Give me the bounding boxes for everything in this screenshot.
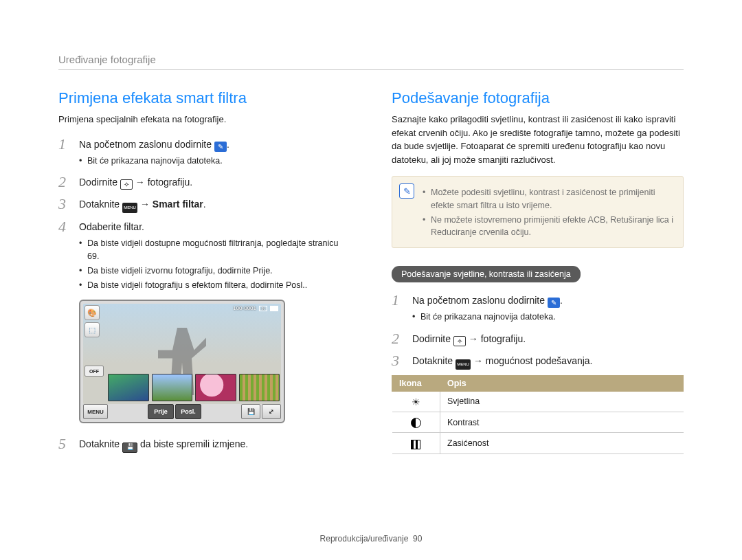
step-text: Na početnom zaslonu dodirnite [412,295,548,306]
step-text: Dotaknite [79,438,122,449]
step-text: → [140,199,153,210]
step-bullet: Da biste vidjeli fotografiju s efektom f… [79,279,350,292]
right-step-3: 3 Dotaknite MENU → mogućnost podešavanja… [392,352,684,370]
step-number: 3 [58,196,71,212]
table-row: Zasićenost [392,433,684,453]
step-number: 4 [58,219,71,235]
th-desc: Opis [440,375,684,391]
screen-status: 100-0001 IN [233,305,278,311]
left-heading: Primjena efekata smart filtra [58,89,350,107]
screen-bottom-bar: MENU Prije Posl. 💾 ⤢ [83,404,281,419]
screen-left-icons: 🎨 ⬚ [85,305,100,337]
camera-screenshot: 100-0001 IN 🎨 ⬚ OFF MENU Prije Posl. [79,300,285,423]
step-text: → fotografiju. [469,333,526,344]
step-number: 1 [392,292,404,309]
step-number: 3 [392,352,404,369]
left-step-5: 5 Dotaknite 💾 da biste spremili izmjene. [58,436,350,452]
left-intro: Primjena specijalnih efekata na fotograf… [58,113,350,126]
step-text: Dotaknite [412,355,456,366]
step-text: Dotaknite [79,199,122,210]
th-icon: Ikona [392,375,440,391]
left-step-2: 2 Dodirnite ✧ → fotografiju. [58,174,350,190]
step-bullet: Da biste vidjeli dostupne mogućnosti fil… [79,237,350,263]
content-columns: Primjena efekata smart filtra Primjena s… [58,89,684,458]
thumb-2[interactable] [152,374,193,401]
left-step-3: 3 Dotaknite MENU → Smart filtar. [58,196,350,213]
left-column: Primjena efekata smart filtra Primjena s… [58,89,350,458]
contrast-icon [411,418,421,428]
thumb-1[interactable] [108,374,149,401]
save-icon: 💾 [122,443,137,453]
right-step-2: 2 Dodirnite ✧ → fotografiju. [392,331,684,347]
palette-icon: ✎ [214,142,227,152]
page-header: Uređivanje fotografije [58,54,684,70]
subsection-pill: Podešavanje svjetline, kontrasta ili zas… [392,266,581,282]
table-row: Kontrast [392,412,684,433]
row-label: Svjetlina [440,391,684,412]
table-row: Svjetlina [392,391,684,412]
right-heading: Podešavanje fotografija [392,89,684,107]
photo-edit-icon: ✧ [120,179,133,190]
page-footer: Reprodukcija/uređivanje 90 [0,534,742,544]
left-step-1: 1 Na početnom zaslonu dodirnite ✎. Bit ć… [58,136,350,169]
left-step-4: 4 Odaberite filtar. Da biste vidjeli dos… [58,219,350,293]
footer-page: 90 [413,534,422,544]
footer-text: Reprodukcija/uređivanje [320,534,409,544]
tool-palette-icon[interactable]: 🎨 [85,305,100,320]
screen-menu-button[interactable]: MENU [83,404,108,419]
info-box: ✎ Možete podesiti svjetlinu, kontrast i … [392,176,684,248]
step-bullet: Da biste vidjeli izvornu fotografiju, do… [79,265,350,278]
step-text: → fotografiju. [135,177,192,188]
menu-icon: MENU [456,359,471,370]
after-button[interactable]: Posl. [175,404,201,419]
step-bold: Smart filtar [153,199,203,210]
step-number: 1 [58,136,71,153]
expand-icon-button[interactable]: ⤢ [262,404,281,419]
info-bullet: Možete podesiti svjetlinu, kontrast i za… [423,186,675,212]
image-counter: 100-0001 [233,305,256,311]
right-intro: Saznajte kako prilagoditi svjetlinu, kon… [392,113,684,166]
photo-edit-icon: ✧ [453,336,466,346]
thumb-4[interactable] [239,374,280,401]
right-step-1: 1 Na početnom zaslonu dodirnite ✎. Bit ć… [392,292,684,325]
battery-icon [270,306,278,311]
before-button[interactable]: Prije [148,404,174,419]
info-icon: ✎ [399,183,414,199]
right-column: Podešavanje fotografija Saznajte kako pr… [392,89,684,458]
step-text: Na početnom zaslonu dodirnite [79,139,214,150]
step-number: 2 [58,174,71,190]
step-text: da biste spremili izmjene. [140,438,248,449]
step-text: Odaberite filtar. [79,221,144,232]
step-bullet: Bit će prikazana najnovija datoteka. [412,311,684,324]
step-number: 2 [392,331,404,347]
step-text: Dodirnite [412,333,453,344]
step-number: 5 [58,436,71,452]
brightness-icon [410,396,421,407]
palette-icon: ✎ [548,298,560,308]
step-text: Dodirnite [79,177,120,188]
step-text: → mogućnost podešavanja. [473,355,593,366]
off-button[interactable]: OFF [85,366,104,377]
thumb-3[interactable] [195,374,236,401]
tool-crop-icon[interactable]: ⬚ [85,322,100,337]
filter-thumbnails[interactable] [108,374,280,401]
options-table: Ikona Opis Svjetlina Kontrast Zasićenost [392,375,684,454]
info-bullet: Ne možete istovremeno primijeniti efekte… [423,214,675,240]
storage-icon: IN [259,306,267,311]
saturation-icon [411,440,420,449]
menu-icon: MENU [122,203,137,213]
step-bullet: Bit će prikazana najnovija datoteka. [79,155,350,168]
row-label: Kontrast [440,412,684,433]
row-label: Zasićenost [440,433,684,453]
save-icon-button[interactable]: 💾 [241,404,260,419]
